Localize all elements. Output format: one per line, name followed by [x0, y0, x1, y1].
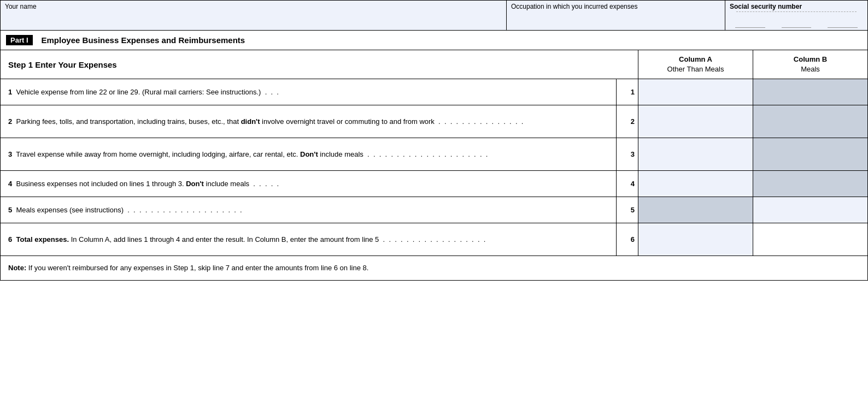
ssn-dash-2 — [782, 20, 812, 28]
row-4-content: 4 Business expenses not included on line… — [1, 171, 616, 197]
name-field: Your name — [1, 1, 507, 30]
column-b-header: Column B Meals — [753, 50, 867, 79]
ssn-dashes — [730, 20, 863, 28]
row-5-input-a — [638, 197, 753, 223]
row-1-input-a[interactable] — [638, 79, 753, 105]
note-label: Note: — [8, 264, 26, 272]
column-a-title: Column A — [644, 55, 747, 64]
row-6: 6 Total expenses. In Column A, add lines… — [1, 223, 867, 256]
row-3: 3 Travel expense while away from home ov… — [1, 138, 867, 171]
row-2-input-b — [753, 105, 867, 138]
ssn-label: Social security number — [730, 3, 802, 10]
row-3-number: 3 — [616, 138, 638, 170]
row-5-input-b-field[interactable] — [753, 197, 867, 223]
row-4-text: 4 Business expenses not included on line… — [8, 179, 279, 189]
row-4-input-a[interactable] — [638, 171, 753, 197]
row-1-number: 1 — [616, 79, 638, 105]
ssn-dash-1 — [735, 20, 765, 28]
row-3-content: 3 Travel expense while away from home ov… — [1, 138, 616, 170]
row-5-content: 5 Meals expenses (see instructions) . . … — [1, 197, 616, 223]
row-6-input-a-field[interactable] — [638, 223, 753, 256]
ssn-dash-3 — [828, 20, 858, 28]
step1-label-area: Step 1 Enter Your Expenses — [1, 50, 638, 79]
row-6-number: 6 — [616, 223, 638, 256]
row-2-content: 2 Parking fees, tolls, and transportatio… — [1, 105, 616, 138]
row-2: 2 Parking fees, tolls, and transportatio… — [1, 105, 867, 138]
note-text: Note: If you weren't reimbursed for any … — [8, 264, 368, 272]
row-3-input-a[interactable] — [638, 138, 753, 170]
row-1-input-b — [753, 79, 867, 105]
form-container: Your name Occupation in which you incurr… — [0, 0, 868, 281]
row-6-content: 6 Total expenses. In Column A, add lines… — [1, 223, 616, 256]
row-2-text: 2 Parking fees, tolls, and transportatio… — [8, 116, 523, 127]
row-3-text: 3 Travel expense while away from home ov… — [8, 149, 488, 160]
column-a-header: Column A Other Than Meals — [638, 50, 753, 79]
part-title: Employee Business Expenses and Reimburse… — [42, 35, 245, 45]
occupation-label: Occupation in which you incurred expense… — [511, 3, 637, 10]
step1-label: Step 1 Enter Your Expenses — [8, 60, 117, 69]
note-body: If you weren't reimbursed for any expens… — [28, 264, 369, 272]
row-4-input-b — [753, 171, 867, 197]
ssn-field: Social security number — [725, 1, 867, 30]
row-2-number: 2 — [616, 105, 638, 138]
row-6-text: 6 Total expenses. In Column A, add lines… — [8, 234, 485, 245]
header-row: Your name Occupation in which you incurr… — [1, 1, 867, 31]
row-1-input-a-field[interactable] — [638, 79, 753, 105]
row-3-input-b — [753, 138, 867, 170]
row-6-input-b-field[interactable] — [753, 223, 867, 256]
occupation-field: Occupation in which you incurred expense… — [507, 1, 725, 30]
row-4-input-a-field[interactable] — [638, 171, 753, 197]
note-row: Note: If you weren't reimbursed for any … — [1, 256, 867, 280]
row-2-input-a[interactable] — [638, 105, 753, 138]
row-5: 5 Meals expenses (see instructions) . . … — [1, 197, 867, 223]
part-badge: Part I — [6, 35, 33, 45]
row-1-content: 1 Vehicle expense from line 22 or line 2… — [1, 79, 616, 105]
row-5-input-b[interactable] — [753, 197, 867, 223]
row-5-text: 5 Meals expenses (see instructions) . . … — [8, 205, 242, 216]
row-1: 1 Vehicle expense from line 22 or line 2… — [1, 79, 867, 105]
row-2-input-a-field[interactable] — [638, 105, 753, 138]
row-3-input-a-field[interactable] — [638, 138, 753, 170]
column-a-subtitle: Other Than Meals — [644, 64, 747, 74]
column-b-title: Column B — [759, 55, 862, 64]
row-4-number: 4 — [616, 171, 638, 197]
step1-header-row: Step 1 Enter Your Expenses Column A Othe… — [1, 50, 867, 79]
part-header: Part I Employee Business Expenses and Re… — [1, 31, 867, 50]
column-b-subtitle: Meals — [759, 64, 862, 74]
row-4: 4 Business expenses not included on line… — [1, 171, 867, 197]
row-6-input-b[interactable] — [753, 223, 867, 256]
row-5-number: 5 — [616, 197, 638, 223]
name-label: Your name — [5, 3, 37, 10]
row-1-text: 1 Vehicle expense from line 22 or line 2… — [8, 87, 279, 98]
row-6-input-a[interactable] — [638, 223, 753, 256]
